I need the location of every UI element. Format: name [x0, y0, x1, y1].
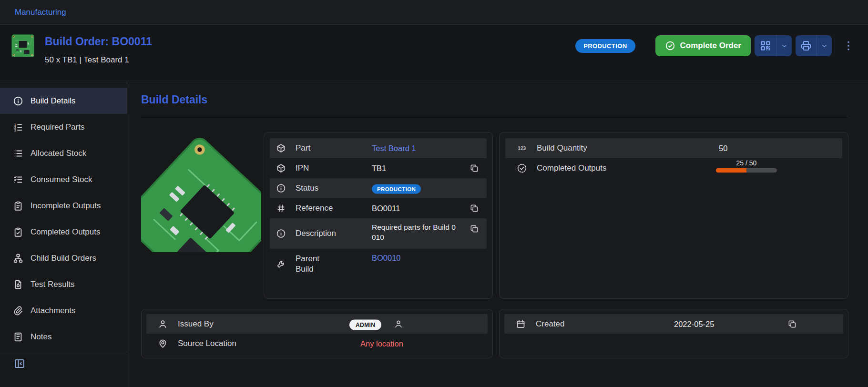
part-link[interactable]: Test Board 1 [372, 144, 416, 153]
sidebar-divider [0, 352, 127, 352]
calendar-icon [516, 319, 526, 329]
sidebar-item-label: Attachments [31, 306, 76, 316]
parent-build-link[interactable]: BO0010 [372, 254, 401, 262]
detail-row-completed-outputs: Completed Outputs 25 / 50 [505, 158, 842, 178]
user-icon [158, 319, 168, 329]
title-block: Build Order: BO0011 50 x TB1 | Test Boar… [45, 34, 152, 65]
sidebar-item-notes[interactable]: Notes [0, 324, 127, 350]
breadcrumb: Manufacturing [0, 0, 868, 25]
sidebar-collapse-button[interactable] [13, 357, 26, 370]
sidebar-item-label: Allocated Stock [31, 149, 86, 158]
more-actions-button[interactable] [840, 38, 857, 54]
chevron-down-icon [776, 35, 792, 56]
list-numbers-icon [13, 122, 23, 132]
detail-row-source-location: Source Location Any location [146, 334, 488, 353]
detail-row-description: Description Required parts for Build 001… [270, 218, 487, 249]
sidebar-item-completed-outputs[interactable]: Completed Outputs [0, 219, 127, 245]
main-panel: Build Details Part Test Board 1 IPN [127, 81, 868, 387]
info-circle-icon [13, 96, 23, 106]
sidebar-item-label: Consumed Stock [31, 175, 92, 184]
pcb-image [141, 132, 261, 252]
page-header: Build Order: BO0011 50 x TB1 | Test Boar… [0, 25, 868, 81]
dots-vertical-icon [842, 40, 855, 52]
hash-icon [276, 204, 286, 214]
print-actions-button[interactable] [796, 35, 832, 56]
sidebar-item-label: Test Results [31, 280, 75, 289]
circle-check-icon [665, 41, 675, 51]
admin-badge: ADMIN [349, 319, 381, 330]
sidebar-item-label: Required Parts [31, 122, 84, 132]
sidebar-item-incomplete-outputs[interactable]: Incomplete Outputs [0, 193, 127, 219]
detail-row-reference: Reference BO0011 [270, 198, 487, 218]
qrcode-icon [755, 35, 776, 56]
copy-ipn-button[interactable] [469, 163, 480, 174]
pcb-thumbnail-image [11, 34, 34, 57]
printer-icon [796, 35, 817, 56]
sidebar-item-allocated-stock[interactable]: Allocated Stock [0, 140, 127, 166]
notes-icon [13, 332, 23, 342]
row-label: Reference [296, 204, 333, 213]
file-report-icon [13, 279, 23, 290]
sidebar-item-label: Build Details [31, 96, 76, 106]
created-card: Created 2022-05-25 [499, 309, 848, 358]
detail-row-issued-by: Issued By ADMIN [146, 314, 488, 334]
row-label: Completed Outputs [537, 163, 606, 173]
source-location-value: Any location [360, 339, 403, 348]
map-pin-icon [158, 338, 168, 348]
copy-reference-button[interactable] [469, 203, 480, 214]
sidebar-item-required-parts[interactable]: Required Parts [0, 114, 127, 140]
copy-created-button[interactable] [786, 318, 798, 330]
progress-text: 25 / 50 [716, 159, 777, 167]
header-actions: PRODUCTION Complete Order [575, 34, 857, 56]
detail-row-ipn: IPN TB1 [270, 158, 487, 178]
collapse-sidebar-icon [14, 358, 25, 369]
detail-row-created: Created 2022-05-25 [504, 314, 843, 334]
info-circle-icon [276, 229, 286, 239]
row-label: IPN [296, 163, 309, 173]
complete-order-button[interactable]: Complete Order [655, 35, 751, 56]
created-value: 2022-05-25 [674, 319, 714, 328]
sidebar-item-build-details[interactable]: Build Details [0, 88, 127, 114]
copy-description-button[interactable] [469, 223, 480, 234]
part-image[interactable] [141, 132, 261, 299]
sidebar-item-attachments[interactable]: Attachments [0, 297, 127, 324]
description-value: Required parts for Build 0010 [372, 223, 459, 243]
sidebar-item-label: Completed Outputs [31, 227, 100, 237]
detail-row-status: Status PRODUCTION [270, 178, 487, 198]
section-title: Build Details [141, 93, 848, 106]
row-label: Status [296, 183, 318, 193]
row-label: Part [296, 143, 310, 153]
reference-value: BO0011 [372, 204, 400, 213]
numbers-123-icon [517, 143, 527, 153]
completed-progress-fill [716, 168, 746, 173]
sidebar-item-label: Incomplete Outputs [31, 201, 101, 211]
completed-outputs-progress: 25 / 50 [716, 159, 783, 173]
row-label: Build Quantity [537, 143, 587, 153]
package-icon [276, 163, 286, 173]
paperclip-icon [13, 306, 23, 316]
copy-icon [470, 204, 479, 213]
sidebar-item-child-build-orders[interactable]: Child Build Orders [0, 245, 127, 271]
build-thumbnail[interactable] [11, 34, 34, 57]
detail-row-part: Part Test Board 1 [270, 138, 487, 158]
barcode-actions-button[interactable] [755, 35, 792, 56]
status-badge: PRODUCTION [575, 39, 635, 53]
sitemap-icon [13, 253, 23, 264]
copy-icon [470, 224, 479, 234]
build-details-card: Part Test Board 1 IPN TB1 Status PRODUCT… [264, 132, 493, 299]
copy-icon [787, 319, 797, 329]
list-check-icon [13, 174, 23, 185]
sidebar-item-label: Child Build Orders [31, 254, 96, 263]
breadcrumb-link-manufacturing[interactable]: Manufacturing [15, 8, 66, 17]
clipboard-check-icon [13, 227, 23, 237]
detail-row-parent-build: Parent Build BO0010 [270, 249, 487, 279]
build-quantity-card: Build Quantity 50 Completed Outputs 25 /… [499, 132, 848, 299]
complete-order-label: Complete Order [680, 41, 741, 51]
issued-card: Issued By ADMIN Source Location Any loca… [141, 309, 493, 358]
sidebar-item-consumed-stock[interactable]: Consumed Stock [0, 166, 127, 193]
user-icon [394, 319, 403, 329]
row-label: Parent Build [296, 254, 339, 275]
copy-icon [470, 163, 479, 173]
row-label: Source Location [178, 339, 236, 348]
sidebar-item-test-results[interactable]: Test Results [0, 271, 127, 297]
